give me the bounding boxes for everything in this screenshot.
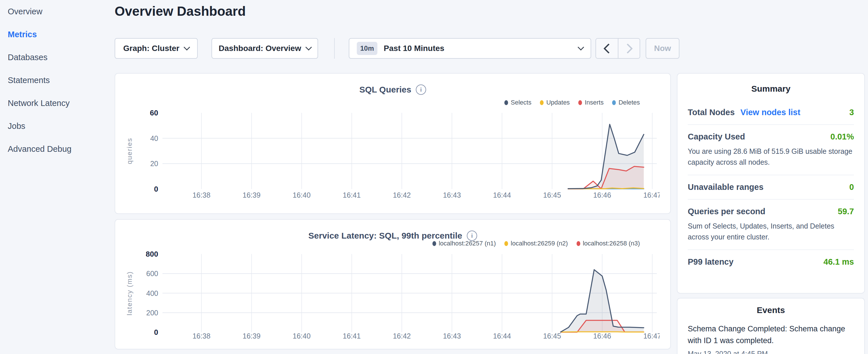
x-tick-label: 16:44: [493, 332, 511, 340]
info-icon[interactable]: [467, 231, 477, 241]
summary-stat-row: Capacity Used0.01%You are using 28.6 MiB…: [688, 124, 854, 175]
legend-label: localhost:26257 (n1): [439, 240, 496, 247]
chevron-down-icon: [306, 44, 312, 51]
x-tick-label: 16:42: [393, 191, 411, 199]
x-tick-label: 16:47: [643, 332, 660, 340]
graph-dropdown[interactable]: Graph: Cluster: [115, 38, 198, 59]
sidebar-item-jobs[interactable]: Jobs: [0, 115, 115, 137]
summary-rows: Total NodesView nodes list3Capacity Used…: [688, 100, 854, 274]
legend-item[interactable]: localhost:26259 (n2): [504, 240, 568, 247]
chart-title: SQL Queries: [359, 85, 411, 95]
y-tick-label: 600: [146, 269, 158, 278]
sidebar: OverviewMetricsDatabasesStatementsNetwor…: [0, 0, 115, 160]
legend-dot-icon: [432, 241, 436, 246]
event-timestamp: May 13, 2020 at 4:45 PM: [688, 350, 854, 354]
time-range-selector[interactable]: 10m Past 10 Minutes: [349, 38, 591, 59]
now-button[interactable]: Now: [646, 38, 679, 59]
stat-value: 0: [849, 183, 854, 192]
chevron-down-icon: [578, 44, 584, 51]
stat-value: 0.01%: [831, 132, 854, 141]
legend-label: Inserts: [585, 99, 603, 106]
legend-label: localhost:26258 (n3): [583, 240, 640, 247]
sidebar-item-overview[interactable]: Overview: [0, 0, 115, 23]
events-title: Events: [688, 298, 854, 315]
legend-dot-icon: [612, 100, 616, 105]
legend-dot-icon: [540, 100, 544, 105]
chart-legend: localhost:26257 (n1)localhost:26259 (n2)…: [432, 240, 640, 247]
x-tick-label: 16:40: [292, 191, 311, 199]
x-tick-label: 16:46: [593, 332, 611, 340]
summary-stat-row: Unavailable ranges0: [688, 175, 854, 199]
service-latency-chart-card: Service Latency: SQL, 99th percentile lo…: [115, 219, 671, 349]
legend-item[interactable]: Updates: [540, 99, 570, 106]
event-item[interactable]: Schema Change Completed: Schema change w…: [688, 323, 854, 354]
controls-bar: Graph: Cluster Dashboard: Overview 10m P…: [115, 38, 679, 59]
page-title: Overview Dashboard: [115, 3, 246, 19]
summary-panel: Summary Total NodesView nodes list3Capac…: [677, 73, 865, 294]
legend-item[interactable]: Inserts: [578, 99, 603, 106]
stat-head: Capacity Used0.01%: [688, 132, 854, 141]
x-tick-label: 16:40: [292, 332, 311, 340]
summary-stat-row: P99 latency46.1 ms: [688, 250, 854, 274]
sidebar-item-metrics[interactable]: Metrics: [0, 23, 115, 46]
event-message: Schema Change Completed: Schema change w…: [688, 323, 854, 346]
legend-dot-icon: [504, 241, 508, 246]
next-time-button[interactable]: [618, 39, 640, 58]
stat-desc: Sum of Selects, Updates, Inserts, and De…: [688, 221, 854, 242]
x-tick-label: 16:38: [192, 332, 211, 340]
time-pager: [595, 38, 640, 59]
legend-label: Deletes: [618, 99, 640, 106]
y-tick-label: 60: [150, 108, 158, 117]
y-tick-label: 200: [146, 309, 158, 317]
x-tick-label: 16:41: [343, 191, 361, 199]
x-tick-label: 16:41: [343, 332, 361, 340]
y-tick-label: 0: [154, 328, 158, 336]
x-tick-label: 16:45: [543, 191, 561, 199]
legend-dot-icon: [504, 100, 508, 105]
chevron-left-icon: [603, 43, 613, 53]
x-tick-label: 16:38: [192, 191, 211, 199]
summary-title: Summary: [688, 74, 854, 94]
x-tick-label: 16:43: [443, 191, 461, 199]
legend-item[interactable]: localhost:26258 (n3): [577, 240, 640, 247]
y-tick-label: 20: [150, 160, 158, 167]
stat-title: Total Nodes: [688, 108, 735, 117]
service-latency-plot[interactable]: 16:3816:3916:4016:4116:4216:4316:4416:45…: [121, 251, 660, 346]
sidebar-item-network-latency[interactable]: Network Latency: [0, 92, 115, 115]
legend-label: localhost:26259 (n2): [510, 240, 568, 247]
time-range-label: Past 10 Minutes: [384, 44, 444, 53]
chart-legend: SelectsUpdatesInsertsDeletes: [504, 99, 640, 106]
summary-stat-row: Queries per second59.7Sum of Selects, Up…: [688, 199, 854, 250]
legend-label: Selects: [510, 99, 531, 106]
sql-queries-plot[interactable]: 16:3816:3916:4016:4116:4216:4316:4416:45…: [121, 108, 660, 203]
stat-value: 3: [849, 108, 854, 117]
app-root: OverviewMetricsDatabasesStatementsNetwor…: [0, 0, 868, 354]
stat-head: P99 latency46.1 ms: [688, 257, 854, 267]
legend-item[interactable]: Selects: [504, 99, 531, 106]
sidebar-item-statements[interactable]: Statements: [0, 69, 115, 92]
stat-desc: You are using 28.6 MiB of 515.9 GiB usab…: [688, 146, 854, 167]
dashboard-dropdown[interactable]: Dashboard: Overview: [212, 38, 318, 59]
x-tick-label: 16:39: [243, 191, 261, 199]
x-tick-label: 16:42: [393, 332, 411, 340]
chart-title-row: SQL Queries: [115, 85, 670, 95]
summary-stat-row: Total NodesView nodes list3: [688, 100, 854, 124]
sidebar-item-advanced-debug[interactable]: Advanced Debug: [0, 137, 115, 160]
x-tick-label: 16:44: [493, 191, 511, 199]
stat-title: Unavailable ranges: [688, 183, 764, 192]
legend-dot-icon: [578, 100, 582, 105]
controls-divider: [334, 38, 335, 59]
chevron-right-icon: [622, 43, 632, 53]
x-tick-label: 16:47: [643, 191, 660, 199]
events-list: Schema Change Completed: Schema change w…: [688, 323, 854, 354]
info-icon[interactable]: [416, 85, 426, 95]
legend-item[interactable]: Deletes: [612, 99, 640, 106]
time-window-badge: 10m: [357, 42, 377, 55]
legend-item[interactable]: localhost:26257 (n1): [432, 240, 496, 247]
sidebar-item-databases[interactable]: Databases: [0, 46, 115, 69]
stat-title: Capacity Used: [688, 132, 745, 141]
view-nodes-link[interactable]: View nodes list: [741, 108, 800, 117]
prev-time-button[interactable]: [596, 39, 618, 58]
events-panel: Events Schema Change Completed: Schema c…: [677, 298, 865, 354]
y-tick-label: 400: [146, 289, 158, 297]
